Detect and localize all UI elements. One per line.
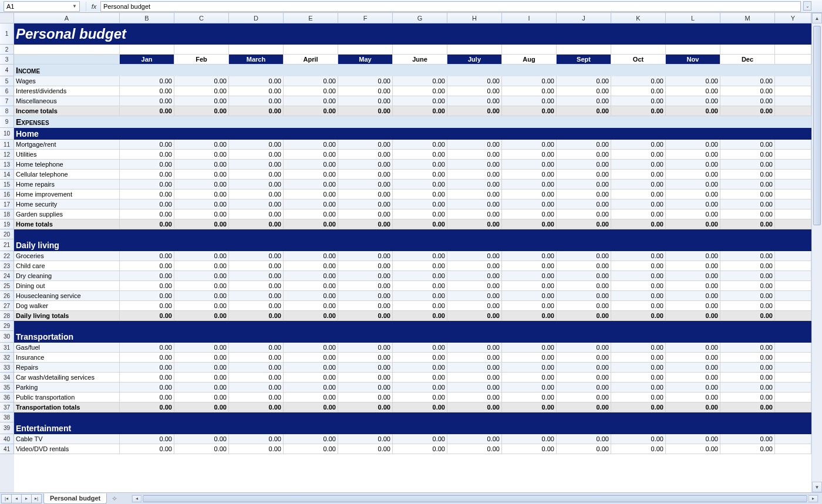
cell[interactable]: 0.00 (284, 271, 338, 281)
cell[interactable]: 0.00 (284, 434, 338, 444)
cell[interactable]: 0.00 (284, 301, 338, 311)
cell[interactable]: 0.00 (120, 402, 174, 412)
cell[interactable]: 0.00 (120, 261, 174, 271)
cell[interactable]: 0.00 (284, 373, 338, 383)
cell[interactable]: Home totals (14, 219, 120, 229)
cell[interactable]: 0.00 (720, 180, 775, 190)
cell[interactable]: 0.00 (611, 373, 666, 383)
cell[interactable] (775, 170, 811, 180)
cell[interactable]: 0.00 (174, 251, 229, 261)
sheet-tab[interactable]: Personal budget (43, 493, 107, 504)
cell[interactable]: 0.00 (284, 291, 338, 301)
cell[interactable]: 0.00 (229, 271, 284, 281)
cell[interactable]: 0.00 (502, 393, 557, 402)
cell[interactable] (14, 321, 775, 331)
cell[interactable]: 0.00 (174, 311, 229, 321)
column-header[interactable]: I (502, 13, 557, 23)
cell[interactable]: 0.00 (120, 373, 174, 383)
cell[interactable]: Income totals (14, 106, 120, 116)
cell[interactable]: 0.00 (120, 251, 174, 261)
cell[interactable]: 0.00 (720, 199, 775, 209)
cell[interactable]: 0.00 (338, 343, 393, 353)
cell[interactable]: 0.00 (120, 96, 174, 106)
cell[interactable]: 0.00 (393, 209, 447, 219)
cell[interactable]: 0.00 (120, 383, 174, 393)
cell[interactable]: 0.00 (393, 180, 447, 190)
cell[interactable]: 0.00 (502, 281, 557, 291)
cell[interactable]: 0.00 (502, 343, 557, 353)
row-header[interactable]: 31 (0, 343, 14, 353)
cell[interactable]: Child care (14, 261, 120, 271)
row-header[interactable]: 23 (0, 261, 14, 271)
cell[interactable]: 0.00 (557, 190, 611, 199)
cell[interactable]: Interest/dividends (14, 86, 120, 96)
section-header[interactable]: Expenses (14, 116, 775, 128)
cell[interactable]: 0.00 (229, 180, 284, 190)
cell[interactable]: 0.00 (611, 106, 666, 116)
cell[interactable]: 0.00 (557, 76, 611, 86)
cell[interactable]: 0.00 (447, 199, 502, 209)
cell[interactable] (775, 331, 811, 343)
cell[interactable]: 0.00 (720, 271, 775, 281)
cell[interactable]: 0.00 (720, 251, 775, 261)
section-header[interactable]: Income (14, 65, 775, 76)
cell[interactable]: 0.00 (229, 160, 284, 170)
cell[interactable]: 0.00 (284, 402, 338, 412)
cell[interactable]: 0.00 (720, 76, 775, 86)
cell[interactable]: 0.00 (338, 209, 393, 219)
cell[interactable]: 0.00 (666, 434, 720, 444)
cell[interactable] (775, 402, 811, 412)
cell[interactable] (229, 45, 284, 55)
cell[interactable] (775, 128, 811, 140)
cell[interactable]: 0.00 (338, 363, 393, 373)
row-header[interactable]: 39 (0, 422, 14, 434)
cell[interactable] (775, 150, 811, 160)
cell[interactable]: 0.00 (447, 209, 502, 219)
cell[interactable]: 0.00 (720, 311, 775, 321)
cell[interactable]: 0.00 (174, 373, 229, 383)
row-header[interactable]: 36 (0, 393, 14, 402)
cell[interactable]: 0.00 (720, 150, 775, 160)
cell[interactable]: 0.00 (174, 434, 229, 444)
cell[interactable]: 0.00 (338, 86, 393, 96)
cell[interactable]: 0.00 (120, 199, 174, 209)
cell[interactable]: 0.00 (611, 383, 666, 393)
cell[interactable]: 0.00 (611, 393, 666, 402)
cell[interactable] (775, 229, 811, 239)
cell[interactable]: 0.00 (502, 106, 557, 116)
cell[interactable]: 0.00 (666, 140, 720, 150)
row-header[interactable]: 6 (0, 86, 14, 96)
cell[interactable]: 0.00 (284, 251, 338, 261)
column-header[interactable]: L (666, 13, 720, 23)
cell[interactable]: 0.00 (229, 219, 284, 229)
cell[interactable]: 0.00 (229, 251, 284, 261)
cell[interactable] (611, 45, 666, 55)
cell[interactable]: 0.00 (229, 434, 284, 444)
cell[interactable]: 0.00 (338, 199, 393, 209)
cell[interactable]: 0.00 (666, 281, 720, 291)
cell[interactable]: 0.00 (502, 402, 557, 412)
cell[interactable]: 0.00 (447, 261, 502, 271)
cell[interactable]: 0.00 (393, 160, 447, 170)
cell[interactable]: 0.00 (393, 86, 447, 96)
cell[interactable] (14, 55, 120, 65)
cell[interactable] (775, 353, 811, 363)
cell[interactable]: 0.00 (229, 170, 284, 180)
cell[interactable]: 0.00 (611, 343, 666, 353)
cell[interactable]: 0.00 (502, 76, 557, 86)
category-header[interactable]: Home (14, 128, 775, 140)
cell[interactable]: 0.00 (611, 86, 666, 96)
cell[interactable]: Transportation totals (14, 402, 120, 412)
cell[interactable]: 0.00 (120, 434, 174, 444)
cell[interactable]: 0.00 (229, 281, 284, 291)
cell[interactable]: 0.00 (666, 170, 720, 180)
month-header[interactable]: Aug (502, 55, 557, 65)
row-header[interactable]: 18 (0, 209, 14, 219)
cell[interactable]: 0.00 (284, 76, 338, 86)
cell[interactable]: 0.00 (229, 383, 284, 393)
cell[interactable]: 0.00 (666, 373, 720, 383)
cell[interactable]: 0.00 (557, 106, 611, 116)
cell[interactable]: 0.00 (557, 301, 611, 311)
column-header[interactable]: D (229, 13, 284, 23)
cell[interactable]: 0.00 (174, 96, 229, 106)
